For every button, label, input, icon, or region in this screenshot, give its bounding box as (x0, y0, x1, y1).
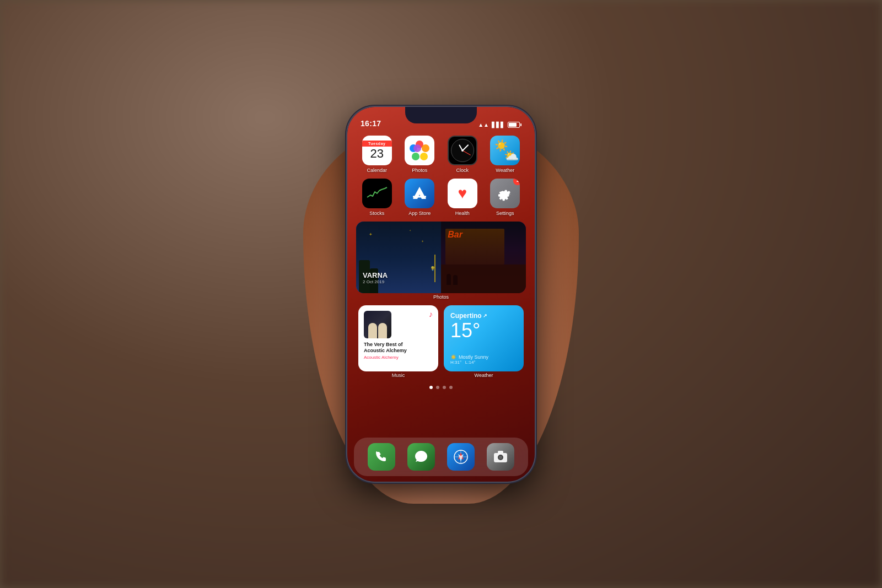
clock-icon (448, 136, 477, 165)
varna-city-text: VARNA (363, 271, 388, 279)
weather-city: Cupertino ↗ (450, 312, 517, 320)
iphone-device: 16:17 ▲▲ ▋▋▋ (347, 107, 535, 482)
widgets-row: ♪ The Very Best ofAcoustic Alchemy Acous… (356, 305, 526, 378)
appstore-label: App Store (408, 211, 431, 216)
scene: 16:17 ▲▲ ▋▋▋ (347, 107, 535, 482)
app-dock (354, 438, 528, 476)
cloud-icon: ⛅ (504, 149, 519, 163)
stocks-chart-svg (366, 185, 388, 202)
varna-date-text: 2 Oct 2019 (363, 279, 388, 284)
app-grid-row2: Stocks App Store (356, 179, 526, 216)
music-info: The Very Best ofAcoustic Alchemy Acousti… (364, 342, 433, 360)
iphone-screen: 16:17 ▲▲ ▋▋▋ (347, 107, 535, 482)
music-widget[interactable]: ♪ The Very Best ofAcoustic Alchemy Acous… (358, 305, 438, 371)
notch (405, 107, 477, 123)
settings-icon: 2 (490, 179, 520, 208)
weather-label: Weather (496, 168, 514, 173)
photos-widget-image: ✦ ✦ ✦ (356, 222, 526, 293)
person-silhouette-2 (378, 323, 387, 338)
appstore-logo-svg (411, 185, 428, 202)
music-widget-container: ♪ The Very Best ofAcoustic Alchemy Acous… (358, 305, 438, 378)
dock-messages[interactable] (407, 443, 435, 471)
safari-icon-svg (453, 449, 469, 465)
album-persons (364, 319, 391, 338)
page-dot-4[interactable] (449, 386, 453, 389)
varna-label: VARNA 2 Oct 2019 (363, 271, 388, 284)
app-item-health[interactable]: ♥ Health (444, 179, 481, 216)
photos-label: Photos (412, 168, 427, 173)
clock-center-dot (461, 149, 464, 152)
calendar-day: Tuesday (362, 141, 392, 147)
messages-icon-svg (413, 449, 429, 465)
weather-condition: ☀️ Mostly Sunny (450, 354, 517, 360)
stocks-label: Stocks (369, 211, 384, 216)
stocks-icon (362, 179, 392, 208)
gear-svg (496, 185, 514, 202)
phone-icon-svg (374, 449, 389, 465)
page-dot-3[interactable] (443, 386, 446, 389)
app-item-calendar[interactable]: Tuesday 23 Calendar (358, 136, 396, 173)
page-dots (356, 384, 526, 391)
sun-small-icon: ☀️ (450, 354, 456, 360)
weather-hi-lo: H:31° L:14° (450, 360, 517, 365)
heart-icon: ♥ (458, 185, 467, 202)
weather-widget-label: Weather (444, 373, 524, 378)
photos-right-panel: Bar (441, 222, 526, 293)
location-arrow-icon: ↗ (483, 313, 487, 319)
clock-label: Clock (456, 168, 469, 173)
wifi-icon: ▲▲ (478, 122, 489, 128)
clock-second-hand (462, 150, 471, 155)
app-grid-row1: Tuesday 23 Calendar (356, 136, 526, 173)
svg-rect-9 (498, 451, 503, 454)
signal-icon: ▋▋▋ (492, 122, 505, 128)
music-album-art (364, 311, 391, 338)
camera-icon-svg (493, 449, 508, 465)
dock-safari[interactable] (447, 443, 475, 471)
calendar-label: Calendar (367, 168, 387, 173)
svg-point-8 (499, 456, 502, 459)
person-silhouette-1 (368, 323, 377, 338)
battery-icon (508, 122, 521, 128)
weather-widget-container: Cupertino ↗ 15° ☀️ Mostly Sunny H:31° (444, 305, 524, 378)
photos-widget[interactable]: ✦ ✦ ✦ (356, 222, 526, 293)
app-item-weather[interactable]: ☀️ ⛅ Weather (487, 136, 524, 173)
status-time: 16:17 (361, 119, 381, 128)
music-artist: Acoustic Alchemy (364, 355, 433, 360)
status-icons: ▲▲ ▋▋▋ (478, 122, 521, 128)
settings-label: Settings (496, 211, 514, 216)
settings-badge: 2 (513, 179, 520, 185)
health-label: Health (455, 211, 470, 216)
app-item-appstore[interactable]: App Store (401, 179, 439, 216)
weather-widget[interactable]: Cupertino ↗ 15° ☀️ Mostly Sunny H:31° (444, 305, 524, 371)
app-item-photos[interactable]: Photos (401, 136, 439, 173)
appstore-icon (405, 179, 434, 208)
photos-widget-container: ✦ ✦ ✦ (356, 222, 526, 300)
weather-icon: ☀️ ⛅ (490, 136, 520, 165)
home-screen: Tuesday 23 Calendar (347, 131, 535, 482)
calendar-icon: Tuesday 23 (362, 136, 392, 165)
dock-camera[interactable] (487, 443, 514, 471)
page-dot-1[interactable] (429, 386, 433, 389)
photos-icon (405, 136, 434, 165)
app-item-clock[interactable]: Clock (444, 136, 481, 173)
music-title: The Very Best ofAcoustic Alchemy (364, 342, 433, 354)
clock-face (451, 139, 474, 162)
app-item-stocks[interactable]: Stocks (358, 179, 396, 216)
weather-temperature: 15° (450, 321, 517, 341)
app-item-settings[interactable]: 2 Settings (487, 179, 524, 216)
page-dot-2[interactable] (436, 386, 439, 389)
music-note-icon: ♪ (429, 310, 433, 319)
calendar-date: 23 (370, 148, 384, 160)
photos-widget-label: Photos (356, 294, 526, 300)
health-icon: ♥ (448, 179, 477, 208)
dock-phone[interactable] (368, 443, 395, 471)
photos-flower (410, 141, 429, 160)
music-widget-label: Music (358, 373, 438, 378)
